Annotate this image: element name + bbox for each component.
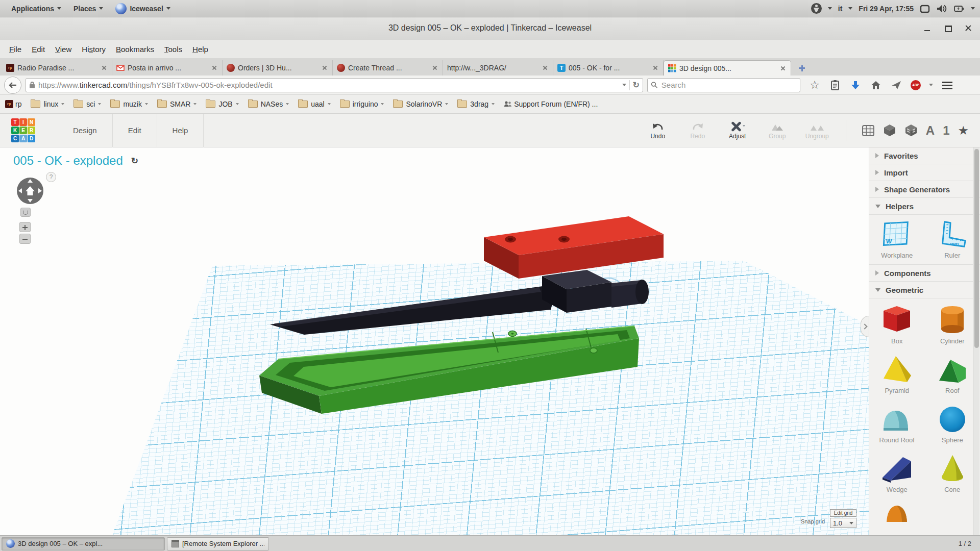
ungroup-button[interactable]: Ungroup (804, 121, 830, 140)
view-navigation-gizmo[interactable] (15, 176, 45, 206)
display-icon[interactable] (920, 4, 930, 14)
search-input[interactable] (660, 80, 797, 90)
shape-sphere[interactable]: Sphere (929, 403, 976, 444)
number-tool-icon[interactable]: 1 (943, 123, 949, 138)
workplane-toggle-icon[interactable] (862, 124, 875, 137)
shape-partial[interactable] (873, 502, 920, 522)
tinkercad-menu-help[interactable]: Help (157, 114, 204, 147)
tab-close-icon[interactable] (779, 65, 787, 72)
menu-view[interactable]: View (50, 45, 77, 54)
menu-history[interactable]: History (77, 45, 111, 54)
shape-wedge[interactable]: Wedge (873, 452, 920, 493)
3d-viewport[interactable]: 005 - OK - exploded ? Snap grid (0, 147, 869, 535)
shape-round-roof[interactable]: Round Roof (873, 403, 920, 444)
undo-button[interactable]: Undo (645, 121, 671, 140)
rotate-view-button[interactable] (20, 208, 31, 217)
tab-close-icon[interactable] (542, 64, 549, 71)
bookmark-folder-uaal[interactable]: uaal (298, 100, 330, 108)
redo-button[interactable]: Redo (684, 121, 711, 140)
taskbar-window-rse[interactable]: [Remote System Explorer ... (167, 537, 269, 550)
send-page-icon[interactable] (890, 79, 902, 91)
adjust-button[interactable]: Adjust (724, 121, 751, 140)
accessibility-icon[interactable] (811, 3, 822, 14)
tab-gmail[interactable]: Posta in arrivo ... (112, 60, 223, 76)
tab-3drag[interactable]: http://w..._3DRAG/ (443, 60, 553, 76)
places-menu[interactable]: Places (67, 0, 109, 17)
help-icon[interactable]: ? (46, 172, 56, 182)
menu-bookmarks[interactable]: Bookmarks (111, 45, 159, 54)
iceweasel-menu[interactable]: Iceweasel (109, 0, 176, 17)
home-icon[interactable] (870, 79, 882, 91)
keyboard-layout-indicator[interactable]: it (838, 5, 843, 13)
url-bar[interactable]: https://www.tinkercad.com/things/hYSBfrT… (26, 78, 643, 92)
url-dropdown-icon[interactable] (622, 84, 626, 86)
menu-edit[interactable]: Edit (27, 45, 50, 54)
shape-roof[interactable]: Roof (929, 353, 976, 394)
bookmark-folder-3drag[interactable]: 3drag (457, 100, 495, 108)
tab-close-icon[interactable] (101, 64, 108, 71)
tab-close-icon[interactable] (652, 64, 659, 71)
tab-create-thread[interactable]: Create Thread ... (333, 60, 443, 76)
applications-menu[interactable]: Applications (5, 0, 67, 17)
shape-ruler[interactable]: mm Ruler (929, 219, 976, 259)
bookmark-support-forum[interactable]: Support Forum (EN/FR) ... (504, 100, 598, 108)
hamburger-menu-icon[interactable] (941, 79, 953, 91)
tab-close-icon[interactable] (431, 64, 438, 71)
menu-help[interactable]: Help (187, 45, 213, 54)
tinkercad-menu-design[interactable]: Design (58, 114, 113, 147)
bookmark-folder-smar[interactable]: SMAR (157, 100, 197, 108)
close-button[interactable] (964, 23, 973, 33)
bookmark-folder-sci[interactable]: sci (74, 100, 101, 108)
shape-box[interactable]: Box (873, 304, 920, 345)
bookmark-folder-nases[interactable]: NASes (248, 100, 289, 108)
reload-icon[interactable] (633, 80, 640, 90)
chevron-down-icon[interactable] (929, 84, 933, 86)
battery-icon[interactable] (953, 4, 965, 14)
new-tab-button[interactable] (794, 61, 810, 76)
bookmark-folder-job[interactable]: JOB (206, 100, 238, 108)
shape-workplane[interactable]: W Workplane (873, 219, 920, 259)
scrollbar-thumb[interactable] (974, 149, 979, 348)
adblock-plus-icon[interactable]: ABP (911, 80, 921, 90)
workspace-pager[interactable]: 1 / 2 (951, 540, 978, 547)
menu-tools[interactable]: Tools (159, 45, 187, 54)
sidebar-section-components[interactable]: Components (869, 265, 980, 282)
sidebar-scrollbar[interactable] (973, 147, 979, 535)
zoom-in-button[interactable] (19, 222, 31, 232)
downloads-icon[interactable] (849, 79, 862, 91)
shape-pyramid[interactable]: Pyramid (873, 353, 920, 394)
sidebar-section-favorites[interactable]: Favorites (869, 147, 980, 164)
group-button[interactable]: Group (764, 121, 791, 140)
chevron-down-icon[interactable] (848, 7, 852, 10)
tab-orders[interactable]: Orders | 3D Hu... (223, 60, 333, 76)
edit-grid-button[interactable]: Edit grid (830, 509, 856, 517)
bookmark-folder-solarinovr[interactable]: SolarinoVR (393, 100, 448, 108)
sync-icon[interactable] (131, 156, 138, 166)
solid-view-icon[interactable] (883, 123, 896, 137)
tinkercad-menu-edit[interactable]: Edit (113, 114, 157, 147)
shape-cone[interactable]: Cone (929, 452, 976, 493)
bookmark-folder-linux[interactable]: linux (31, 100, 64, 108)
tab-close-icon[interactable] (321, 64, 328, 71)
tab-close-icon[interactable] (211, 64, 218, 71)
sidebar-section-import[interactable]: Import (869, 164, 980, 181)
search-box[interactable] (647, 78, 800, 92)
sidebar-section-geometric[interactable]: Geometric (869, 282, 980, 298)
volume-icon[interactable] (936, 4, 947, 14)
sidebar-section-shape-generators[interactable]: Shape Generators (869, 181, 980, 198)
taskbar-window-tinkercad[interactable]: 3D design 005 – OK – expl... (2, 537, 165, 550)
menu-file[interactable]: File (4, 45, 27, 54)
back-button[interactable] (4, 77, 21, 94)
zoom-out-button[interactable] (19, 234, 31, 244)
tab-radio-paradise[interactable]: rp Radio Paradise ... (2, 60, 112, 76)
maximize-button[interactable] (943, 23, 952, 33)
sidebar-collapse-handle[interactable] (861, 316, 869, 337)
transparent-view-icon[interactable] (904, 123, 918, 137)
bookmark-folder-muzik[interactable]: muzik (110, 100, 148, 108)
tab-3d-design-active[interactable]: 3D design 005... (664, 60, 791, 76)
minimize-button[interactable] (923, 23, 932, 33)
reading-list-icon[interactable] (829, 79, 841, 91)
chevron-down-icon[interactable] (828, 7, 832, 10)
bookmark-folder-irriguino[interactable]: irriguino (340, 100, 384, 108)
bookmark-rp[interactable]: rprp (5, 100, 21, 108)
